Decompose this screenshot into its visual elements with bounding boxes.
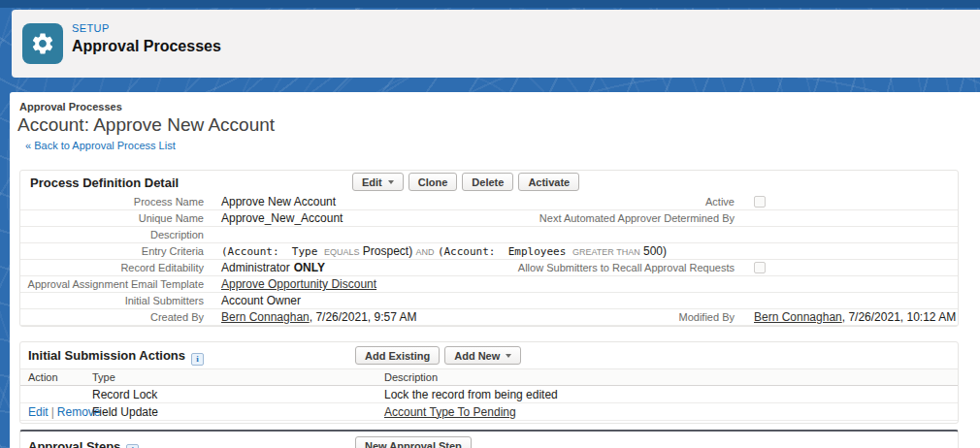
breadcrumb: Approval Processes <box>19 101 980 112</box>
new-approval-step-label: New Approval Step <box>365 440 462 448</box>
field-label-description: Description <box>20 227 212 242</box>
table-header-row: Action Type Description <box>20 369 958 386</box>
detail-row-process-name: Process Name Approve New Account Active <box>20 194 958 210</box>
new-approval-step-button[interactable]: New Approval Step <box>355 436 472 448</box>
setup-header: SETUP Approval Processes <box>12 10 980 78</box>
field-value-record-editability: AdministratorONLY <box>212 260 484 275</box>
field-value-modified-by: Bern Connaghan, 7/26/2021, 10:12 AM <box>735 309 958 325</box>
add-new-button[interactable]: Add New <box>444 346 521 365</box>
field-label-active: Active <box>484 194 735 209</box>
created-by-user-link[interactable]: Bern Connaghan <box>221 310 310 324</box>
clone-button-label: Clone <box>418 176 448 188</box>
column-header-action: Action <box>20 369 84 386</box>
detail-row-description: Description <box>20 227 958 243</box>
field-label-initial-submitters: Initial Submitters <box>20 293 212 308</box>
field-value-initial-submitters: Account Owner <box>212 293 958 308</box>
criteria-value: 500) <box>640 244 667 258</box>
description-cell: Account Type To Pending <box>376 403 958 421</box>
add-existing-button[interactable]: Add Existing <box>355 346 440 365</box>
record-editability-text: Administrator <box>221 261 290 274</box>
activate-button-label: Activate <box>528 176 570 188</box>
content-panel: Approval Processes Account: Approve New … <box>10 92 980 448</box>
field-label-unique-name: Unique Name <box>20 210 212 226</box>
browser-top-strip <box>0 0 980 8</box>
activate-button[interactable]: Activate <box>518 173 579 191</box>
process-definition-detail-section: Process Definition Detail Edit Clone Del… <box>19 170 959 327</box>
section-title: Approval Steps <box>28 439 120 448</box>
field-label-allow-recall: Allow Submitters to Recall Approval Requ… <box>484 260 735 275</box>
field-label-created-by: Created By <box>20 309 212 325</box>
initial-actions-table: Action Type Description Record Lock Lock… <box>20 368 958 421</box>
description-cell: Lock the record from being edited <box>376 386 958 403</box>
salesforce-setup-window: SETUP Approval Processes Approval Proces… <box>0 0 980 448</box>
type-cell: Record Lock <box>84 386 376 403</box>
info-icon[interactable]: i <box>191 353 204 366</box>
add-new-label: Add New <box>454 350 500 362</box>
criteria-value: Prospect) <box>359 244 415 258</box>
action-cell <box>20 386 84 403</box>
field-label-record-editability: Record Editability <box>20 260 212 275</box>
column-header-type: Type <box>84 369 376 386</box>
link-separator: | <box>51 405 54 419</box>
info-icon[interactable]: i <box>126 444 139 448</box>
approval-steps-section: Approval Stepsi New Approval Step <box>19 430 959 448</box>
field-value-created-by: Bern Connaghan, 7/26/2021, 9:57 AM <box>212 309 484 325</box>
record-editability-only: ONLY <box>294 261 325 274</box>
field-label-entry-criteria: Entry Criteria <box>20 243 212 259</box>
detail-row-entry-criteria: Entry Criteria (Account: Type EQUALS Pro… <box>20 243 958 260</box>
setup-eyebrow: SETUP <box>72 22 221 34</box>
detail-row-email-template: Approval Assignment Email Template Appro… <box>20 276 958 293</box>
detail-row-initial-submitters: Initial Submitters Account Owner <box>20 293 958 309</box>
clone-button[interactable]: Clone <box>408 173 458 191</box>
criteria-operator: EQUALS <box>324 247 360 257</box>
delete-button-label: Delete <box>472 176 504 188</box>
allow-recall-checkbox <box>754 262 766 273</box>
edit-button[interactable]: Edit <box>352 173 404 191</box>
detail-row-unique-name: Unique Name Approve_New_Account Next Aut… <box>20 210 958 227</box>
detail-row-created-by: Created By Bern Connaghan, 7/26/2021, 9:… <box>20 309 958 326</box>
chevron-down-icon <box>388 180 394 184</box>
action-cell: Edit|Remove <box>20 403 84 421</box>
criteria-field-ref: (Account: Type <box>221 245 324 258</box>
email-template-link[interactable]: Approve Opportunity Discount <box>221 277 376 291</box>
created-by-datetime: , 7/26/2021, 9:57 AM <box>310 310 417 324</box>
criteria-conjunction: AND <box>416 247 435 257</box>
column-header-description: Description <box>376 369 958 386</box>
field-value-unique-name: Approve_New_Account <box>212 210 484 226</box>
field-value-description <box>212 227 958 242</box>
add-existing-label: Add Existing <box>365 350 430 362</box>
field-value-next-automated-approver <box>735 210 958 226</box>
edit-button-label: Edit <box>362 176 382 188</box>
edit-row-link[interactable]: Edit <box>28 405 49 419</box>
field-label-process-name: Process Name <box>20 194 212 209</box>
field-value-entry-criteria: (Account: Type EQUALS Prospect) AND (Acc… <box>212 243 958 259</box>
modified-by-user-link[interactable]: Bern Connaghan <box>754 310 842 324</box>
page-title: Account: Approve New Account <box>17 114 980 136</box>
field-label-next-automated-approver: Next Automated Approver Determined By <box>484 210 735 226</box>
section-title: Process Definition Detail <box>30 176 179 190</box>
setup-title: Approval Processes <box>72 38 221 55</box>
field-value-process-name: Approve New Account <box>212 194 484 209</box>
field-label-modified-by: Modified By <box>484 309 735 325</box>
criteria-field-ref: (Account: Employees <box>438 245 572 258</box>
table-row-record-lock: Record Lock Lock the record from being e… <box>20 386 958 403</box>
table-row-field-update: Edit|Remove Field Update Account Type To… <box>20 403 958 421</box>
type-cell: Field Update <box>84 403 376 421</box>
modified-by-datetime: , 7/26/2021, 10:12 AM <box>842 310 956 324</box>
back-to-list-link[interactable]: « Back to Approval Process List <box>25 140 176 151</box>
field-update-link[interactable]: Account Type To Pending <box>384 405 516 419</box>
setup-gear-icon <box>22 23 63 64</box>
section-title: Initial Submission Actions <box>28 348 185 363</box>
initial-submission-actions-section: Initial Submission Actionsi Add Existing… <box>19 341 959 424</box>
field-label-email-template: Approval Assignment Email Template <box>20 276 212 292</box>
active-checkbox <box>754 196 766 208</box>
criteria-operator: GREATER THAN <box>572 247 640 257</box>
delete-button[interactable]: Delete <box>462 173 513 191</box>
chevron-down-icon <box>506 354 511 358</box>
detail-row-record-editability: Record Editability AdministratorONLY All… <box>20 260 958 276</box>
